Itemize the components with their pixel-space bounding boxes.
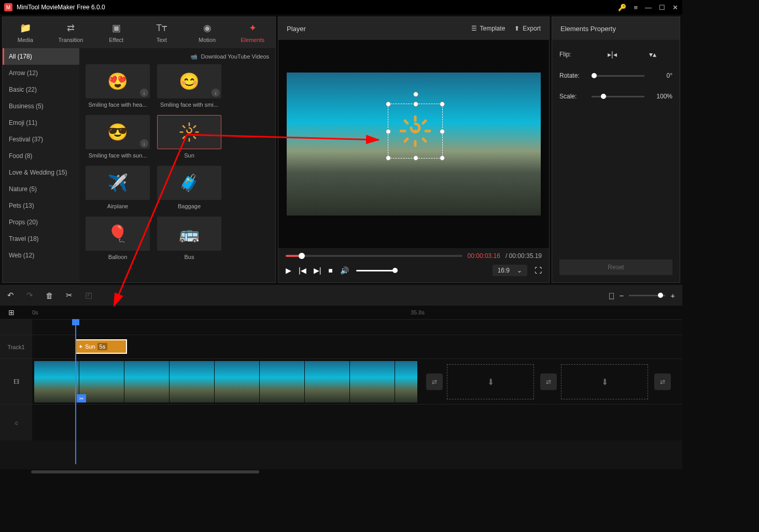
undo-button[interactable]: ↶ — [7, 291, 14, 300]
category-item[interactable]: Food (8) — [3, 148, 79, 164]
volume-slider[interactable] — [356, 270, 398, 271]
seek-bar[interactable] — [286, 255, 462, 257]
category-item[interactable]: Basic (22) — [3, 81, 79, 98]
library-panel: 📁Media⇄Transition▣EffectTᴛText◉Motion✦El… — [2, 17, 276, 283]
element-label: Balloon — [86, 254, 150, 260]
element-thumb[interactable]: 🎈 — [86, 217, 150, 251]
download-icon[interactable]: ↓ — [140, 89, 148, 97]
category-item[interactable]: Props (20) — [3, 214, 79, 231]
element-card[interactable]: Sun — [157, 115, 221, 159]
category-item[interactable]: Travel (18) — [3, 231, 79, 247]
placeholder-clip-2[interactable]: ⬇ — [561, 364, 648, 399]
reset-button[interactable]: Reset — [559, 260, 672, 275]
delete-button[interactable]: 🗑 — [46, 291, 53, 300]
category-item[interactable]: Nature (5) — [3, 181, 79, 197]
category-item[interactable]: Emoji (11) — [3, 114, 79, 131]
download-youtube-link[interactable]: 📹 Download YouTube Videos — [86, 51, 269, 64]
play-button[interactable]: ▶ — [286, 266, 291, 275]
menu-icon[interactable]: ≡ — [634, 4, 638, 11]
element-thumb[interactable]: 🚌 — [157, 217, 221, 251]
export-button[interactable]: ⬆Export — [514, 25, 541, 32]
tab-transition[interactable]: ⇄Transition — [48, 17, 94, 48]
download-icon[interactable]: ↓ — [140, 139, 148, 148]
fit-zoom-icon[interactable]: ⎕ — [609, 291, 614, 300]
chevron-down-icon: ⌄ — [517, 267, 522, 274]
scale-slider[interactable] — [592, 96, 644, 97]
element-thumb[interactable]: ✈️ — [86, 166, 150, 200]
add-track-button[interactable]: ⊞ — [8, 308, 15, 317]
element-label: Smiling face with smi... — [157, 102, 221, 108]
rotate-slider[interactable] — [592, 75, 644, 77]
video-clip[interactable]: ✂ — [34, 361, 418, 402]
svg-line-13 — [405, 121, 407, 123]
next-frame-button[interactable]: ▶| — [314, 266, 321, 275]
element-thumb[interactable]: 😎↓ — [86, 115, 150, 149]
element-thumb[interactable] — [157, 115, 221, 149]
element-card[interactable]: 🚌Bus — [157, 217, 221, 260]
preview-canvas[interactable] — [287, 73, 541, 215]
transition-slot-1[interactable]: ⇄ — [426, 373, 443, 390]
zoom-slider[interactable] — [629, 295, 665, 296]
library-tabs: 📁Media⇄Transition▣EffectTᴛText◉Motion✦El… — [3, 17, 275, 48]
category-item[interactable]: Arrow (12) — [3, 65, 79, 81]
placeholder-clip-1[interactable]: ⬇ — [447, 364, 534, 399]
element-thumb[interactable]: 😊↓ — [157, 64, 221, 98]
fullscreen-button[interactable]: ⛶ — [535, 266, 542, 275]
timeline: ↶ ↷ 🗑 ✂ ◰ ⎕ − + ⊞ 0s 35.8s Track1 ✦ Sun … — [0, 285, 682, 475]
key-icon[interactable]: 🔑 — [618, 4, 626, 11]
tab-media[interactable]: 📁Media — [3, 17, 48, 48]
timeline-scrollbar[interactable] — [0, 469, 682, 475]
tab-elements[interactable]: ✦Elements — [230, 17, 275, 48]
element-thumb[interactable]: 😍↓ — [86, 64, 150, 98]
element-thumb[interactable]: 🧳 — [157, 166, 221, 200]
scissors-badge[interactable]: ✂ — [77, 394, 86, 402]
category-list: All (178)Arrow (12)Basic (22)Business (5… — [3, 48, 79, 282]
flip-vertical-button[interactable]: ▾▴ — [649, 50, 656, 59]
element-card[interactable]: ✈️Airplane — [86, 166, 150, 209]
category-item[interactable]: Pets (13) — [3, 197, 79, 214]
category-item[interactable]: Business (5) — [3, 98, 79, 114]
tab-text[interactable]: TᴛText — [139, 17, 185, 48]
category-item[interactable]: Love & Wedding (15) — [3, 164, 79, 181]
app-title: MiniTool MovieMaker Free 6.0.0 — [17, 4, 618, 11]
split-button[interactable]: ✂ — [66, 291, 73, 300]
aspect-ratio-select[interactable]: 16:9⌄ — [493, 265, 527, 276]
flip-horizontal-button[interactable]: ▸|◂ — [608, 50, 617, 59]
player-title: Player — [287, 25, 471, 33]
category-item[interactable]: All (178) — [3, 48, 79, 65]
video-track-icon: 🎞 — [0, 359, 32, 404]
preview-area[interactable] — [278, 40, 549, 248]
transition-slot-3[interactable]: ⇄ — [654, 373, 671, 390]
media-icon: 📁 — [20, 22, 31, 34]
tab-effect[interactable]: ▣Effect — [93, 17, 139, 48]
sun-element[interactable] — [388, 104, 442, 158]
redo-button[interactable]: ↷ — [26, 291, 33, 300]
prev-frame-button[interactable]: |◀ — [299, 266, 306, 275]
element-card[interactable]: 😊↓Smiling face with smi... — [157, 64, 221, 108]
maximize-button[interactable]: ☐ — [659, 4, 665, 11]
download-icon[interactable]: ↓ — [212, 89, 220, 97]
crop-button[interactable]: ◰ — [85, 291, 92, 300]
category-item[interactable]: Festival (37) — [3, 131, 79, 148]
timeline-ruler[interactable]: ⊞ 0s 35.8s — [0, 306, 682, 319]
element-card[interactable]: 😎↓Smiling face with sun... — [86, 115, 150, 159]
element-card[interactable]: 🧳Baggage — [157, 166, 221, 209]
element-label: Baggage — [157, 203, 221, 209]
motion-icon: ◉ — [203, 22, 212, 34]
close-button[interactable]: ✕ — [672, 4, 678, 11]
category-item[interactable]: Web (12) — [3, 247, 79, 264]
playhead[interactable] — [75, 319, 76, 464]
element-card[interactable]: 😍↓Smiling face with hea... — [86, 64, 150, 108]
element-bounding-box[interactable] — [388, 104, 443, 159]
volume-icon[interactable]: 🔊 — [340, 266, 349, 275]
minimize-button[interactable]: — — [645, 4, 652, 11]
element-card[interactable]: 🎈Balloon — [86, 217, 150, 260]
element-clip-sun[interactable]: ✦ Sun 5s — [75, 339, 127, 354]
stop-button[interactable]: ■ — [328, 266, 332, 275]
duration: / 00:00:35.19 — [505, 252, 542, 260]
transition-slot-2[interactable]: ⇄ — [540, 373, 557, 390]
tab-motion[interactable]: ◉Motion — [185, 17, 230, 48]
template-button[interactable]: ☰Template — [471, 25, 505, 32]
zoom-in-button[interactable]: + — [670, 291, 675, 300]
zoom-out-button[interactable]: − — [619, 291, 624, 300]
